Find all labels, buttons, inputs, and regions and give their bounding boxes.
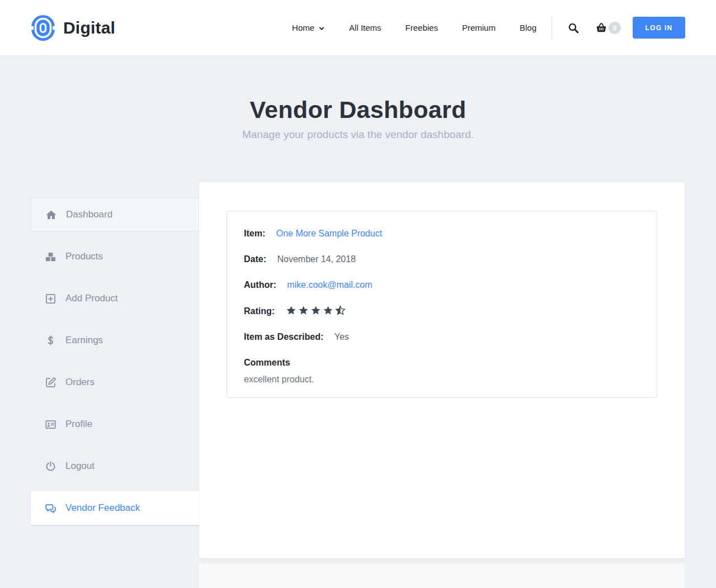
date-value: November 14, 2018 [277,254,356,264]
author-email-link[interactable]: mike.cook@mail.com [287,280,372,290]
brand-logo-icon [31,15,55,41]
date-label: Date: [244,254,266,264]
feedback-described-row: Item as Described: Yes [244,331,640,342]
sidebar-item-profile[interactable]: Profile [31,407,199,441]
feedback-author-row: Author: mike.cook@mail.com [244,279,640,290]
comments-text: excellent product. [244,374,640,385]
nav-item-label: Blog [520,23,536,32]
nav-divider [552,17,552,39]
item-link[interactable]: One More Sample Product [276,229,382,238]
comments-icon [44,501,57,515]
nav-item-label: Home [292,23,314,32]
item-label: Item: [244,229,265,238]
feedback-detail-card: Item: One More Sample Product Date: Nove… [227,211,657,398]
sidebar-item-label: Logout [65,461,95,472]
sidebar-item-label: Vendor Feedback [65,502,140,514]
search-icon[interactable] [567,21,580,35]
cart-count-badge: 0 [609,22,621,34]
page-title: Vendor Dashboard [0,96,716,124]
feedback-comments-row: Comments excellent product. [244,357,640,385]
sidebar-item-earnings[interactable]: Earnings [31,324,199,357]
edit-icon [44,376,57,389]
sidebar-item-label: Orders [65,377,95,388]
nav-item-freebies[interactable]: Freebies [406,23,438,32]
basket-icon [595,21,608,35]
dollar-icon [44,334,57,347]
hero-section: Vendor Dashboard Manage your products vi… [0,55,716,141]
sidebar-item-label: Products [65,251,103,262]
cart-button[interactable]: 0 [595,21,621,35]
sidebar-item-orders[interactable]: Orders [31,366,199,399]
sidebar-item-label: Earnings [65,335,103,346]
star-rating [286,305,346,316]
described-value: Yes [335,332,349,342]
feedback-date-row: Date: November 14, 2018 [244,254,640,264]
sidebar-item-dashboard[interactable]: Dashboard [31,198,199,231]
nav-item-premium[interactable]: Premium [462,23,496,32]
sidebar-item-label: Add Product [65,293,118,304]
comments-label: Comments [244,358,290,367]
caret-down-icon [318,25,325,32]
described-label: Item as Described: [244,332,323,342]
nav-item-label: Freebies [406,23,438,32]
author-label: Author: [244,280,276,290]
nav-item-blog[interactable]: Blog [520,23,536,32]
vendor-sidebar: Dashboard Products Add Product Earnings … [31,198,199,533]
feedback-rating-row: Rating: [244,305,640,316]
sidebar-item-label: Profile [65,419,92,430]
home-icon [44,208,58,221]
sidebar-item-vendor-feedback[interactable]: Vendor Feedback [31,491,199,525]
sidebar-item-add-product[interactable]: Add Product [31,282,199,315]
plus-square-icon [44,292,57,305]
sidebar-item-logout[interactable]: Logout [31,449,199,483]
cubes-icon [44,250,57,263]
sidebar-item-products[interactable]: Products [31,240,199,273]
next-feedback-card-partial [199,563,685,588]
login-button[interactable]: LOG IN [633,17,685,39]
sidebar-item-label: Dashboard [66,209,112,220]
nav-item-label: Premium [462,23,496,32]
feedback-item-row: Item: One More Sample Product [244,228,640,239]
rating-label: Rating: [244,306,275,316]
nav-links: Home All Items Freebies Premium Blog [292,23,536,32]
nav-menu: Home All Items Freebies Premium Blog [292,0,685,55]
main-content-card: Item: One More Sample Product Date: Nove… [199,182,685,558]
top-navbar: Digital Home All Items Freebies Premium … [0,0,716,55]
sidebar-items: Dashboard Products Add Product Earnings … [31,198,199,525]
power-icon [44,459,57,473]
brand-name[interactable]: Digital [63,18,115,37]
page-subtitle: Manage your products via the vendor dash… [0,129,716,141]
nav-item-label: All Items [349,23,381,32]
brand[interactable]: Digital [31,0,115,55]
id-card-icon [44,418,57,431]
nav-item-all-items[interactable]: All Items [349,23,381,32]
nav-item-home[interactable]: Home [292,23,325,32]
